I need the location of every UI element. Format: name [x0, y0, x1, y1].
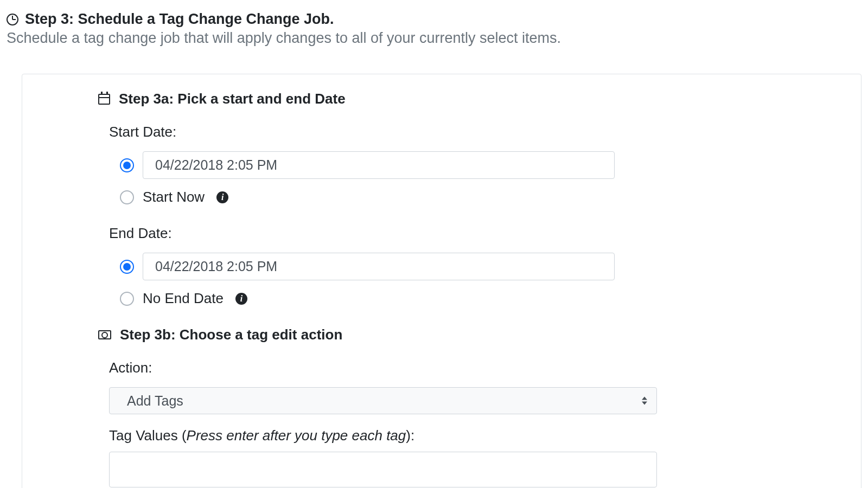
step3a-title: Step 3a: Pick a start and end Date [119, 91, 346, 107]
start-now-radio[interactable] [120, 190, 134, 204]
end-date-input[interactable] [143, 253, 615, 280]
start-date-specific-radio[interactable] [120, 158, 134, 172]
start-now-row: Start Now [120, 189, 785, 206]
step3-title: Step 3: Schedule a Tag Change Change Job… [25, 11, 334, 28]
step3b-title: Step 3b: Choose a tag edit action [120, 326, 342, 343]
end-date-label: End Date: [109, 225, 785, 242]
end-date-specific-radio[interactable] [120, 260, 134, 274]
start-date-label: Start Date: [109, 124, 785, 140]
step3-subtitle: Schedule a tag change job that will appl… [7, 30, 861, 47]
tag-values-label-post: ): [406, 427, 414, 444]
step3-header: Step 3: Schedule a Tag Change Change Job… [7, 11, 861, 28]
no-end-date-label: No End Date [143, 290, 224, 307]
start-now-label: Start Now [143, 189, 205, 206]
info-icon[interactable] [216, 191, 228, 203]
clock-icon [7, 14, 18, 25]
end-date-specific-row [120, 253, 785, 280]
money-icon [98, 330, 111, 339]
tag-values-input[interactable] [109, 452, 657, 487]
tag-values-label-pre: Tag Values ( [109, 427, 187, 444]
tag-values-label: Tag Values (Press enter after you type e… [109, 427, 785, 444]
action-select[interactable]: Add Tags [109, 387, 657, 414]
step3a-header: Step 3a: Pick a start and end Date [98, 91, 785, 107]
no-end-date-row: No End Date [120, 290, 785, 307]
schedule-card: Step 3a: Pick a start and end Date Start… [22, 74, 861, 488]
calendar-icon [98, 94, 110, 105]
info-icon[interactable] [235, 293, 247, 305]
start-date-input[interactable] [143, 151, 615, 179]
no-end-date-radio[interactable] [120, 292, 134, 306]
step3b-header: Step 3b: Choose a tag edit action [98, 326, 785, 343]
start-date-specific-row [120, 151, 785, 179]
action-select-wrap: Add Tags [109, 387, 785, 414]
tag-values-label-italic: Press enter after you type each tag [187, 427, 406, 444]
action-label: Action: [109, 359, 785, 376]
